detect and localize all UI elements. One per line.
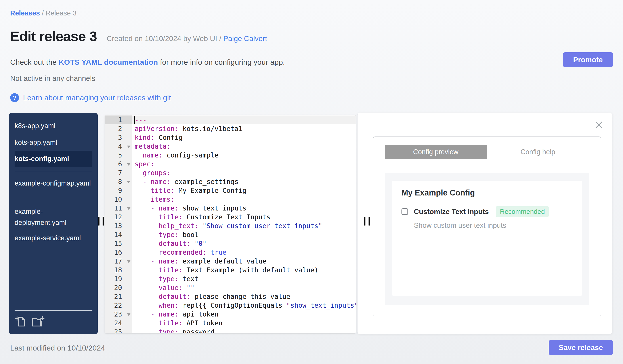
code-line[interactable]: 17 - name: example_default_value bbox=[105, 257, 356, 266]
save-release-button[interactable]: Save release bbox=[549, 340, 613, 355]
code-line[interactable]: 14 type: bool bbox=[105, 230, 356, 239]
code-text: - name: example_settings bbox=[132, 177, 356, 186]
line-number: 3 bbox=[105, 133, 132, 142]
question-mark-icon: ? bbox=[10, 93, 19, 102]
breadcrumb-separator: / bbox=[40, 9, 45, 17]
config-item-label: Customize Text Inputs bbox=[414, 208, 489, 216]
code-line[interactable]: 2apiVersion: kots.io/v1beta1 bbox=[105, 124, 356, 133]
preview-card: Config previewConfig help My Example Con… bbox=[373, 137, 601, 316]
line-number: 8 bbox=[105, 177, 132, 186]
new-file-icon bbox=[15, 315, 26, 328]
sidebar-file-kots-app.yaml[interactable]: kots-app.yaml bbox=[15, 137, 92, 148]
code-line[interactable]: 13 help_text: "Show custom user text inp… bbox=[105, 222, 356, 230]
line-number: 9 bbox=[105, 186, 132, 195]
code-line[interactable]: 6spec: bbox=[105, 160, 356, 168]
sidebar-actions bbox=[15, 315, 45, 328]
line-number: 10 bbox=[105, 195, 132, 204]
line-number: 1 bbox=[105, 116, 132, 124]
line-number: 18 bbox=[105, 266, 132, 275]
line-number: 21 bbox=[105, 292, 132, 301]
code-line[interactable]: 22 when: repl{{ ConfigOptionEquals "show… bbox=[105, 301, 356, 310]
code-line[interactable]: 9 title: My Example Config bbox=[105, 186, 356, 195]
fold-toggle-icon[interactable] bbox=[127, 313, 131, 316]
code-line[interactable]: 1--- bbox=[105, 116, 356, 124]
config-item-help-text: Show custom user text inputs bbox=[414, 221, 573, 229]
breadcrumb-current: Release 3 bbox=[45, 9, 76, 17]
code-line[interactable]: 21 default: please change this value bbox=[105, 292, 356, 301]
new-file-button[interactable] bbox=[15, 315, 26, 328]
code-line[interactable]: 3kind: Config bbox=[105, 133, 356, 142]
code-line[interactable]: 23 - name: api_token bbox=[105, 310, 356, 319]
last-modified-text: Last modified on 10/10/2024 bbox=[10, 344, 105, 352]
created-text: Created on 10/10/2024 by Web UI / bbox=[107, 35, 223, 43]
sidebar-editor-resize-handle[interactable] bbox=[98, 217, 104, 225]
yaml-editor[interactable]: 1---2apiVersion: kots.io/v1beta13kind: C… bbox=[105, 115, 356, 334]
code-text: groups: bbox=[132, 168, 356, 177]
created-by-link[interactable]: Paige Calvert bbox=[223, 35, 267, 43]
fold-toggle-icon[interactable] bbox=[127, 181, 131, 183]
code-line[interactable]: 10 items: bbox=[105, 195, 356, 204]
line-number: 22 bbox=[105, 301, 132, 310]
code-text: - name: example_default_value bbox=[132, 257, 356, 266]
config-group-title: My Example Config bbox=[401, 188, 573, 198]
code-line[interactable]: 24 title: API token bbox=[105, 319, 356, 327]
editor-preview-resize-handle[interactable] bbox=[364, 217, 370, 225]
sidebar-file-kots-config.yaml[interactable]: kots-config.yaml bbox=[15, 151, 92, 167]
fold-toggle-icon[interactable] bbox=[127, 163, 131, 166]
sidebar-file-example-configmap.yaml[interactable]: example-configmap.yaml bbox=[15, 178, 92, 189]
line-number: 15 bbox=[105, 239, 132, 248]
code-text: default: please change this value bbox=[132, 292, 356, 301]
code-line[interactable]: 7 groups: bbox=[105, 168, 356, 177]
breadcrumb-releases-link[interactable]: Releases bbox=[10, 9, 40, 17]
line-number: 20 bbox=[105, 283, 132, 292]
code-line[interactable]: 5 name: config-sample bbox=[105, 151, 356, 160]
code-line[interactable]: 20 value: "" bbox=[105, 283, 356, 292]
code-line[interactable]: 8 - name: example_settings bbox=[105, 177, 356, 186]
sidebar-divider bbox=[15, 310, 92, 311]
preview-tabs: Config previewConfig help bbox=[385, 145, 589, 159]
code-line[interactable]: 11 - name: show_text_inputs bbox=[105, 204, 356, 213]
code-line[interactable]: 18 title: Text Example (with default val… bbox=[105, 266, 356, 275]
line-number: 12 bbox=[105, 213, 132, 222]
fold-toggle-icon[interactable] bbox=[127, 261, 131, 263]
code-text: title: Text Example (with default value) bbox=[132, 266, 356, 275]
line-number: 16 bbox=[105, 248, 132, 257]
code-line[interactable]: 16 recommended: true bbox=[105, 248, 356, 257]
promote-button[interactable]: Promote bbox=[563, 52, 613, 67]
tab-config-help[interactable]: Config help bbox=[487, 145, 589, 159]
code-line[interactable]: 4metadata: bbox=[105, 142, 356, 151]
indent-guide bbox=[151, 213, 151, 257]
title-row: Edit release 3 Created on 10/10/2024 by … bbox=[10, 26, 267, 46]
code-text: --- bbox=[132, 116, 356, 124]
indent-guide bbox=[151, 319, 151, 334]
customize-text-inputs-checkbox[interactable] bbox=[401, 208, 408, 215]
file-sidebar: k8s-app.yamlkots-app.yamlkots-config.yam… bbox=[9, 113, 98, 334]
doc-hint-suffix: for more info on configuring your app. bbox=[158, 58, 285, 66]
code-line[interactable]: 12 title: Customize Text Inputs bbox=[105, 213, 356, 222]
code-text: type: bool bbox=[132, 230, 356, 239]
fold-toggle-icon[interactable] bbox=[127, 145, 131, 148]
git-releases-docs-link[interactable]: Learn about managing your releases with … bbox=[23, 93, 171, 102]
code-line[interactable]: 15 default: "0" bbox=[105, 239, 356, 248]
breadcrumb: Releases / Release 3 bbox=[10, 9, 76, 17]
line-number: 2 bbox=[105, 124, 132, 133]
line-number: 11 bbox=[105, 204, 132, 213]
sidebar-file-k8s-app.yaml[interactable]: k8s-app.yaml bbox=[15, 120, 92, 131]
text-cursor bbox=[134, 116, 135, 124]
new-folder-button[interactable] bbox=[32, 315, 45, 328]
code-line[interactable]: 25 type: password bbox=[105, 327, 356, 334]
tab-config-preview[interactable]: Config preview bbox=[385, 145, 487, 159]
git-help-row: ? Learn about managing your releases wit… bbox=[10, 93, 171, 102]
close-preview-button[interactable] bbox=[595, 120, 603, 129]
code-text: - name: show_text_inputs bbox=[132, 204, 356, 213]
code-line[interactable]: 19 type: text bbox=[105, 275, 356, 283]
code-text: type: text bbox=[132, 275, 356, 283]
line-number: 4 bbox=[105, 142, 132, 151]
fold-toggle-icon[interactable] bbox=[127, 207, 131, 210]
code-text: title: My Example Config bbox=[132, 186, 356, 195]
sidebar-file-example-deployment.yaml[interactable]: example-deployment.yaml bbox=[15, 206, 92, 228]
kots-yaml-docs-link[interactable]: KOTS YAML documentation bbox=[59, 58, 158, 66]
line-number: 17 bbox=[105, 257, 132, 266]
indent-guide bbox=[151, 266, 151, 310]
sidebar-file-example-service.yaml[interactable]: example-service.yaml bbox=[15, 233, 92, 244]
